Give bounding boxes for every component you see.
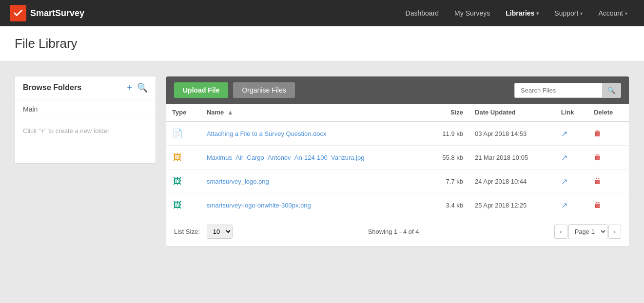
file-name-link[interactable]: smartsurvey_logo.png <box>207 178 269 185</box>
cell-type: 🖼 <box>166 170 201 193</box>
account-caret-icon: ▾ <box>625 11 627 16</box>
search-button[interactable]: 🔍 <box>602 83 621 98</box>
table-footer: List Size: 10 25 50 Showing 1 - 4 of 4 ‹… <box>166 217 629 246</box>
nav-my-surveys[interactable]: My Surveys <box>448 5 497 21</box>
file-name-link[interactable]: Attaching a File to a Survey Question.do… <box>207 130 327 137</box>
link-button[interactable]: ↗ <box>561 177 567 186</box>
sidebar-actions: + 🔍 <box>127 83 148 92</box>
link-button[interactable]: ↗ <box>561 153 567 162</box>
cell-name: smartsurvey_logo.png <box>201 170 426 193</box>
cell-name: Attaching a File to a Survey Question.do… <box>201 121 426 146</box>
list-size-label: List Size: <box>174 228 200 235</box>
sidebar-hint: Click "+" to create a new folder <box>15 119 156 142</box>
page-body: Browse Folders + 🔍 Main Click "+" to cre… <box>0 61 644 261</box>
cell-date: 24 Apr 2018 10:44 <box>469 170 555 193</box>
file-library-main: Upload File Organise Files 🔍 Type Name ▲… <box>166 76 629 246</box>
cell-type: 📄 <box>166 121 201 146</box>
sidebar-header: Browse Folders + 🔍 <box>15 76 156 99</box>
col-date: Date Updated <box>469 104 555 121</box>
cell-link: ↗ <box>555 193 588 217</box>
col-link: Link <box>555 104 588 121</box>
search-box: 🔍 <box>514 83 621 98</box>
brand-name: SmartSurvey <box>30 8 84 19</box>
file-type-icon: 🖼 <box>172 151 183 164</box>
next-page-button[interactable]: › <box>608 225 621 239</box>
cell-link: ↗ <box>555 170 588 193</box>
cell-type: 🖼 <box>166 146 201 170</box>
list-size-select[interactable]: 10 25 50 <box>207 225 233 239</box>
file-type-icon: 📄 <box>172 127 183 140</box>
nav-dashboard[interactable]: Dashboard <box>399 5 446 21</box>
prev-page-button[interactable]: ‹ <box>554 225 567 239</box>
cell-date: 21 Mar 2018 10:05 <box>469 146 555 170</box>
delete-button[interactable]: 🗑 <box>594 129 602 137</box>
page-header: File Library <box>0 26 644 61</box>
file-type-icon: 🖼 <box>172 198 183 212</box>
pagination: ‹ Page 1 › <box>554 224 621 239</box>
cell-type: 🖼 <box>166 193 201 217</box>
cell-size: 7.7 kb <box>426 170 469 193</box>
cell-size: 3.4 kb <box>426 193 469 217</box>
sort-arrow-icon: ▲ <box>227 109 234 116</box>
brand-logo <box>10 5 26 21</box>
nav-account[interactable]: Account ▾ <box>591 5 634 21</box>
support-caret-icon: ▾ <box>580 11 583 16</box>
cell-size: 11.9 kb <box>426 121 469 146</box>
add-folder-button[interactable]: + <box>127 83 132 92</box>
sidebar-title: Browse Folders <box>23 83 81 92</box>
folder-main[interactable]: Main <box>15 99 156 119</box>
cell-delete: 🗑 <box>588 121 629 146</box>
main-toolbar: Upload File Organise Files 🔍 <box>166 76 629 104</box>
cell-size: 55.8 kb <box>426 146 469 170</box>
table-body: 📄 Attaching a File to a Survey Question.… <box>166 121 629 217</box>
brand: SmartSurvey <box>10 5 84 21</box>
file-type-icon: 🖼 <box>172 174 183 188</box>
nav-items: Dashboard My Surveys Libraries ▾ Support… <box>399 5 634 21</box>
delete-button[interactable]: 🗑 <box>594 201 602 209</box>
table-row: 🖼 smartsurvey-logo-onwhite-300px.png 3.4… <box>166 193 629 217</box>
col-delete: Delete <box>588 104 629 121</box>
table-row: 📄 Attaching a File to a Survey Question.… <box>166 121 629 146</box>
cell-name: smartsurvey-logo-onwhite-300px.png <box>201 193 426 217</box>
cell-link: ↗ <box>555 121 588 146</box>
col-type: Type <box>166 104 201 121</box>
nav-libraries[interactable]: Libraries ▾ <box>499 5 546 21</box>
col-name[interactable]: Name ▲ <box>201 104 426 121</box>
link-button[interactable]: ↗ <box>561 130 567 138</box>
table-row: 🖼 smartsurvey_logo.png 7.7 kb 24 Apr 201… <box>166 170 629 193</box>
page-title: File Library <box>15 36 629 51</box>
delete-button[interactable]: 🗑 <box>594 153 602 161</box>
browse-folders-sidebar: Browse Folders + 🔍 Main Click "+" to cre… <box>15 76 156 164</box>
cell-date: 03 Apr 2018 14:53 <box>469 121 555 146</box>
file-table: Type Name ▲ Size Date Updated Link Delet… <box>166 104 629 217</box>
delete-button[interactable]: 🗑 <box>594 177 602 185</box>
page-select[interactable]: Page 1 <box>568 224 607 239</box>
navbar: SmartSurvey Dashboard My Surveys Librari… <box>0 0 644 26</box>
upload-file-button[interactable]: Upload File <box>174 82 228 98</box>
cell-delete: 🗑 <box>588 193 629 217</box>
nav-support[interactable]: Support ▾ <box>547 5 589 21</box>
showing-text: Showing 1 - 4 of 4 <box>239 228 548 235</box>
search-folders-button[interactable]: 🔍 <box>137 83 148 92</box>
file-name-link[interactable]: Maximus_Air_Cargo_Antonov_An-124-100_Van… <box>207 154 365 161</box>
cell-delete: 🗑 <box>588 146 629 170</box>
file-name-link[interactable]: smartsurvey-logo-onwhite-300px.png <box>207 202 311 209</box>
link-button[interactable]: ↗ <box>561 201 567 209</box>
cell-link: ↗ <box>555 146 588 170</box>
table-row: 🖼 Maximus_Air_Cargo_Antonov_An-124-100_V… <box>166 146 629 170</box>
cell-date: 25 Apr 2018 12:25 <box>469 193 555 217</box>
libraries-caret-icon: ▾ <box>536 11 539 16</box>
search-input[interactable] <box>514 83 602 98</box>
cell-name: Maximus_Air_Cargo_Antonov_An-124-100_Van… <box>201 146 426 170</box>
organise-files-button[interactable]: Organise Files <box>233 82 294 98</box>
table-header: Type Name ▲ Size Date Updated Link Delet… <box>166 104 629 121</box>
col-size: Size <box>426 104 469 121</box>
cell-delete: 🗑 <box>588 170 629 193</box>
